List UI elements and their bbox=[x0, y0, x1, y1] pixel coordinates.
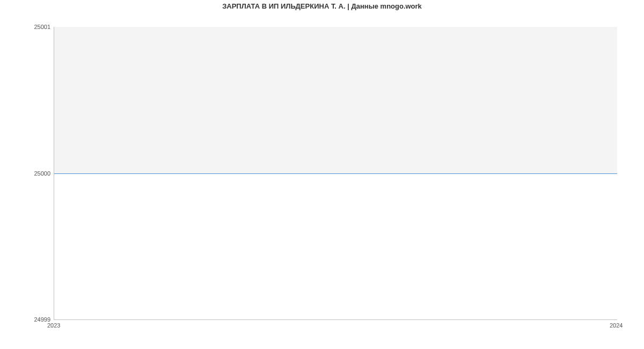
x-tick-label: 2024 bbox=[610, 322, 623, 329]
chart-title: ЗАРПЛАТА В ИП ИЛЬДЕРКИНА Т. А. | Данные … bbox=[0, 2, 644, 10]
line-series bbox=[54, 27, 617, 174]
plot-area bbox=[54, 27, 617, 320]
y-tick-label: 25000 bbox=[34, 170, 50, 177]
y-axis-line bbox=[54, 27, 54, 320]
y-tick-label: 25001 bbox=[34, 24, 50, 30]
chart-container: ЗАРПЛАТА В ИП ИЛЬДЕРКИНА Т. А. | Данные … bbox=[0, 0, 644, 349]
x-axis-line bbox=[54, 319, 617, 320]
x-tick-label: 2023 bbox=[47, 322, 60, 329]
